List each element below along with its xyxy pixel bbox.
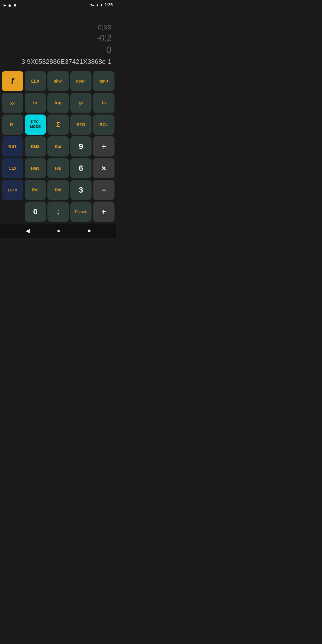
- key-row-1: f EEX sin-1 cos-1 tan-1: [2, 71, 114, 91]
- cos-inv-button[interactable]: cos-1: [70, 71, 92, 91]
- display-line2: -0;2: [97, 33, 112, 43]
- back-button[interactable]: ◀: [20, 225, 36, 236]
- status-bar: ▣ ▾▴ ▲ ▮ 2:25: [0, 0, 116, 10]
- home-button[interactable]: ●: [51, 225, 66, 236]
- dd-button[interactable]: D.d: [47, 136, 69, 157]
- dms-button[interactable]: DMS: [25, 136, 46, 157]
- key-row-2: x2 ln log yx 1/x: [2, 93, 114, 113]
- key-row-4: RST DMS D.d 9 ÷: [2, 136, 114, 157]
- play-icon: [4, 2, 6, 7]
- sto-button[interactable]: STO: [70, 114, 92, 135]
- sigma-button[interactable]: Σ: [47, 114, 69, 135]
- yx-button[interactable]: yx: [70, 93, 92, 113]
- divide-button[interactable]: ÷: [93, 136, 114, 157]
- signal-icon: ▲: [96, 3, 99, 7]
- reciprocal-button[interactable]: 1/x: [93, 93, 114, 113]
- rct-button[interactable]: Rct: [47, 180, 69, 200]
- nine-button[interactable]: 9: [70, 136, 92, 157]
- zero-button[interactable]: 0: [25, 202, 46, 222]
- ln-button[interactable]: ln: [25, 93, 46, 113]
- log-button[interactable]: log: [47, 93, 69, 113]
- f-button[interactable]: f: [2, 71, 23, 91]
- hh-button[interactable]: H.h: [47, 158, 69, 178]
- key-row-7: 0 ; Planck +: [2, 202, 114, 222]
- key-row-5: CLx HMS H.h 6 ×: [2, 158, 114, 178]
- status-left: ▣: [4, 2, 16, 7]
- eex-button[interactable]: EEX: [25, 71, 46, 91]
- tan-inv-button[interactable]: tan-1: [93, 71, 114, 91]
- rcl-button[interactable]: RCL: [93, 114, 114, 135]
- status-right: ▾▴ ▲ ▮ 2:25: [90, 2, 113, 7]
- calculator-display: 0;X9 -0;2 0 3;9X0582886E37421X3868e-1: [0, 10, 116, 69]
- key-row-6: LSTx Pol Rct 3 −: [2, 180, 114, 200]
- bottom-nav: ◀ ● ■: [0, 224, 116, 238]
- sim-icon: ▣: [13, 3, 16, 7]
- record-icon: [8, 2, 11, 7]
- plus-button[interactable]: +: [93, 202, 114, 222]
- battery-icon: ▮: [101, 3, 103, 7]
- display-line1: 0;X9: [98, 24, 112, 31]
- x-squared-button[interactable]: x2: [2, 93, 23, 113]
- pol-button[interactable]: Pol: [25, 180, 46, 200]
- display-main-expr: 3;9X0582886E37421X3868e-1: [21, 58, 112, 66]
- planck-button[interactable]: Planck: [70, 202, 92, 222]
- r-up-button[interactable]: R↑: [2, 114, 23, 135]
- clx-button[interactable]: CLx: [2, 158, 23, 178]
- wifi-icon: ▾▴: [90, 3, 94, 7]
- recent-button[interactable]: ■: [81, 225, 97, 236]
- dec-mode-button[interactable]: DEC.MODE: [25, 114, 46, 135]
- rst-button[interactable]: RST: [2, 136, 23, 157]
- minus-button[interactable]: −: [93, 180, 114, 200]
- status-time: 2:25: [104, 2, 113, 7]
- lstx-button[interactable]: LSTx: [2, 180, 23, 200]
- key-row-3: R↑ DEC.MODE Σ STO RCL: [2, 114, 114, 135]
- six-button[interactable]: 6: [70, 158, 92, 178]
- semicolon-button[interactable]: ;: [47, 202, 69, 222]
- three-button[interactable]: 3: [70, 180, 92, 200]
- sin-inv-button[interactable]: sin-1: [47, 71, 69, 91]
- hms-button[interactable]: HMS: [25, 158, 46, 178]
- multiply-button[interactable]: ×: [93, 158, 114, 178]
- keyboard: f EEX sin-1 cos-1 tan-1 x2 ln log yx 1/x…: [0, 69, 116, 224]
- display-line3: 0: [106, 44, 112, 55]
